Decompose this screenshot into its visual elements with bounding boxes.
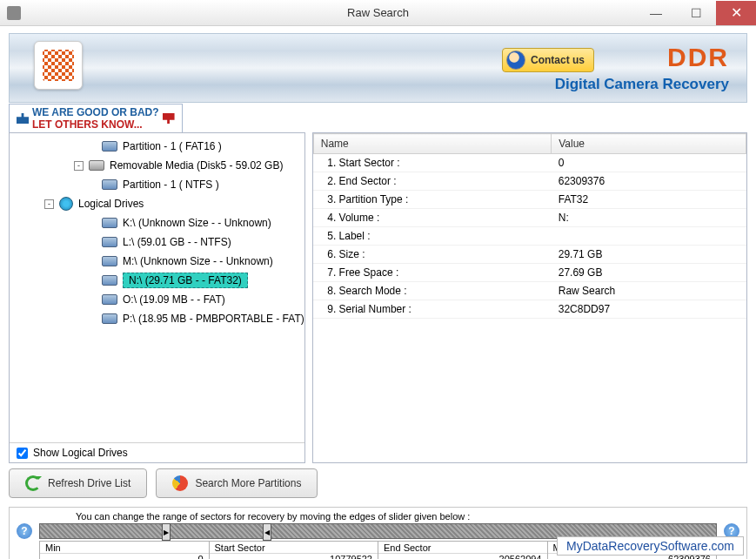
slider-handle-start[interactable]: ▶: [162, 523, 171, 541]
drive-icon: [102, 313, 117, 324]
contact-label: Contact us: [531, 54, 585, 66]
tree-row[interactable]: L:\ (59.01 GB - - NTFS): [10, 232, 304, 252]
show-logical-label: Show Logical Drives: [33, 447, 128, 459]
table-row: 2. End Sector :62309376: [313, 172, 746, 191]
tree-row[interactable]: P:\ (18.95 MB - PMBPORTABLE - FAT): [10, 309, 304, 328]
app-logo: [34, 41, 83, 90]
pie-icon: [172, 475, 188, 491]
feedback-link[interactable]: WE ARE GOOD OR BAD? LET OTHERS KNOW...: [9, 104, 183, 133]
show-logical-row: Show Logical Drives: [10, 442, 304, 462]
tree-label: K:\ (Unknown Size - - Unknown): [123, 217, 271, 229]
tree-label: O:\ (19.09 MB - - FAT): [123, 293, 225, 306]
tree-label: Logical Drives: [78, 198, 144, 210]
drive-icon: [102, 179, 117, 190]
tree-row[interactable]: -Removable Media (Disk5 - 59.02 GB): [10, 156, 304, 175]
prop-value: 0: [552, 154, 746, 172]
prop-name: 1. Start Sector :: [313, 154, 552, 172]
prop-value: FAT32: [552, 191, 746, 209]
close-button[interactable]: ✕: [716, 1, 756, 25]
prop-value: Raw Search: [552, 282, 746, 300]
tree-row[interactable]: N:\ (29.71 GB - - FAT32): [10, 271, 304, 290]
sector-value: 0: [40, 553, 209, 559]
globe-icon: [59, 197, 73, 211]
prop-value: 62309376: [552, 172, 746, 191]
tree-label: Partition - 1 ( FAT16 ): [123, 140, 222, 152]
search-more-partitions-button[interactable]: Search More Partitions: [156, 468, 318, 498]
drive-tree[interactable]: Partition - 1 ( FAT16 )-Removable Media …: [10, 133, 304, 442]
table-row: 1. Start Sector :0: [313, 154, 746, 172]
tree-label: Partition - 1 ( NTFS ): [123, 178, 219, 191]
contact-us-button[interactable]: Contact us: [502, 48, 594, 72]
drive-tree-panel: Partition - 1 ( FAT16 )-Removable Media …: [9, 132, 305, 463]
thumb-down-icon: [163, 113, 175, 124]
help-icon-left[interactable]: ?: [17, 523, 32, 539]
prop-name: 7. Free Space :: [313, 264, 552, 282]
table-row: 5. Label :: [313, 227, 746, 246]
sector-label: Min: [40, 542, 209, 553]
table-row: 4. Volume :N:: [313, 209, 746, 227]
prop-value: [552, 227, 746, 246]
tree-label: M:\ (Unknown Size - - Unknown): [123, 255, 273, 267]
sector-value: 10779522: [210, 553, 378, 559]
window-title: Raw Search: [347, 6, 409, 19]
tree-row[interactable]: Partition - 1 ( NTFS ): [10, 175, 304, 194]
col-name[interactable]: Name: [313, 134, 552, 154]
refresh-drive-list-button[interactable]: Refresh Drive List: [9, 468, 147, 498]
tree-row[interactable]: -Logical Drives: [10, 194, 304, 213]
sector-label: Start Sector: [210, 542, 378, 553]
table-row: 6. Size :29.71 GB: [313, 246, 746, 264]
sector-cell: End Sector20562094: [378, 541, 547, 559]
brand-subtitle: Digital Camera Recovery: [555, 76, 729, 93]
prop-name: 4. Volume :: [313, 209, 552, 227]
properties-panel: Name Value 1. Start Sector :02. End Sect…: [312, 132, 747, 463]
drive-icon: [102, 294, 117, 305]
table-row: 7. Free Space :27.69 GB: [313, 264, 746, 282]
prop-name: 3. Partition Type :: [313, 191, 552, 209]
tree-row[interactable]: Partition - 1 ( FAT16 ): [10, 137, 304, 156]
prop-name: 2. End Sector :: [313, 172, 552, 191]
table-row: 3. Partition Type :FAT32: [313, 191, 746, 209]
tree-row[interactable]: O:\ (19.09 MB - - FAT): [10, 290, 304, 309]
titlebar: Raw Search — ☐ ✕: [0, 0, 756, 26]
tree-label: N:\ (29.71 GB - - FAT32): [123, 273, 248, 288]
sector-value: 20562094: [378, 553, 547, 559]
table-row: 8. Search Mode :Raw Search: [313, 282, 746, 300]
maximize-button[interactable]: ☐: [676, 1, 716, 25]
drive-icon: [102, 256, 117, 266]
avatar-icon: [506, 51, 525, 70]
prop-name: 9. Serial Number :: [313, 300, 552, 319]
col-value[interactable]: Value: [552, 134, 746, 154]
drive-icon: [102, 141, 117, 152]
prop-name: 5. Label :: [313, 227, 552, 246]
drive-icon: [102, 237, 117, 247]
prop-value: 32C8DD97: [552, 300, 746, 319]
sector-cell: Start Sector10779522: [209, 541, 378, 559]
drive-icon: [102, 218, 117, 228]
tree-row[interactable]: K:\ (Unknown Size - - Unknown): [10, 213, 304, 232]
sector-label: End Sector: [378, 542, 547, 553]
prop-value: 27.69 GB: [552, 264, 746, 282]
tree-expander[interactable]: -: [74, 161, 84, 171]
prop-value: N:: [552, 209, 746, 227]
tree-row[interactable]: M:\ (Unknown Size - - Unknown): [10, 252, 304, 271]
slider-handle-end[interactable]: ◀: [263, 523, 271, 541]
feedback-bar: WE ARE GOOD OR BAD? LET OTHERS KNOW...: [9, 108, 747, 129]
drive-icon: [102, 275, 117, 286]
brand-text: DDR: [667, 43, 729, 72]
removable-icon: [89, 160, 104, 171]
tree-expander[interactable]: -: [44, 199, 54, 209]
prop-name: 6. Size :: [313, 246, 552, 264]
tree-label: P:\ (18.95 MB - PMBPORTABLE - FAT): [123, 313, 304, 325]
prop-name: 8. Search Mode :: [313, 282, 552, 300]
app-icon: [7, 6, 21, 20]
sector-cell: Min0: [39, 541, 209, 559]
refresh-icon: [25, 475, 41, 491]
properties-table: Name Value 1. Start Sector :02. End Sect…: [313, 133, 746, 319]
slider-hint: You can change the range of sectors for …: [76, 511, 739, 522]
prop-value: 29.71 GB: [552, 246, 746, 264]
header-banner: Contact us DDR Digital Camera Recovery: [9, 33, 747, 103]
show-logical-checkbox[interactable]: [17, 448, 28, 459]
footer-link[interactable]: MyDataRecoverySoftware.com: [557, 536, 744, 556]
thumb-up-icon: [17, 113, 29, 124]
minimize-button[interactable]: —: [636, 1, 676, 25]
